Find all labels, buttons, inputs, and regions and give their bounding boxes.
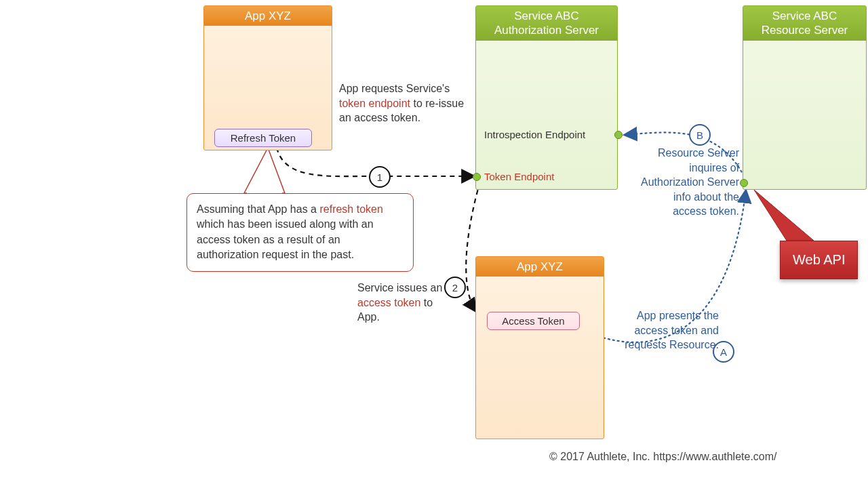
resource-server-box: Service ABC Resource Server — [743, 5, 867, 190]
app-xyz-title-bottom: App XYZ — [476, 257, 604, 277]
web-api-callout: Web API — [780, 241, 858, 279]
copyright-text: © 2017 Authlete, Inc. https://www.authle… — [549, 451, 777, 463]
access-token-chip: Access Token — [487, 312, 580, 330]
authorization-server-title: Service ABC Authorization Server — [476, 6, 617, 41]
authorization-server-box: Service ABC Authorization Server — [475, 5, 618, 190]
token-endpoint-label: Token Endpoint — [484, 171, 554, 182]
step-2-badge: 2 — [444, 277, 466, 298]
assumption-callout: Assuming that App has a refresh token wh… — [186, 193, 414, 272]
introspection-endpoint-label: Introspection Endpoint — [484, 129, 585, 140]
service-issues-text: Service issues an access token to App. — [357, 281, 446, 325]
resource-server-node — [740, 179, 748, 187]
resource-inquires-text: Resource Server inquires of Authorizatio… — [637, 146, 739, 219]
request-token-text: App requests Service's token endpoint to… — [339, 81, 471, 125]
token-endpoint-node — [473, 173, 481, 181]
introspection-endpoint-node — [614, 131, 623, 139]
step-1-badge: 1 — [369, 166, 391, 188]
app-presents-text: App presents the access token and reques… — [617, 308, 719, 352]
app-xyz-title-top: App XYZ — [204, 6, 332, 26]
resource-server-title: Service ABC Resource Server — [743, 6, 866, 41]
app-xyz-box-bottom: App XYZ — [475, 256, 604, 439]
step-b-badge: B — [689, 124, 711, 146]
diagram-arrows-layer — [0, 0, 868, 488]
refresh-token-chip: Refresh Token — [214, 129, 312, 147]
